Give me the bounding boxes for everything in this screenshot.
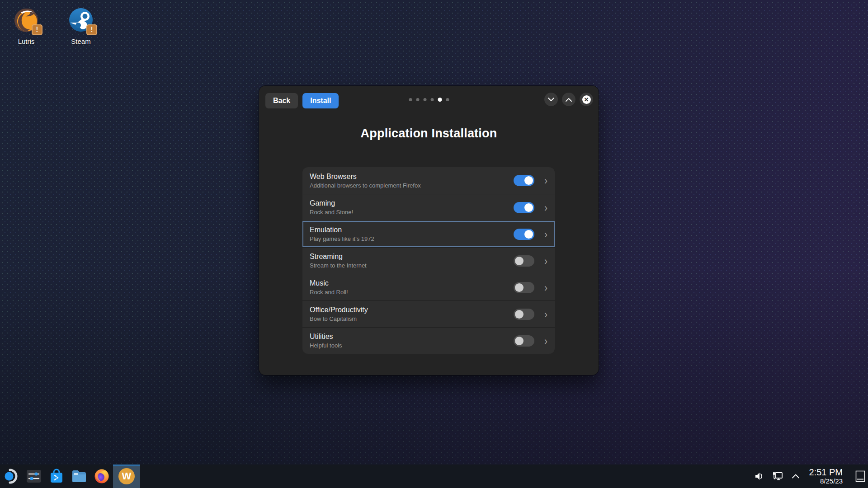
row-title: Web Browsers (310, 172, 514, 181)
toggle-switch[interactable] (514, 309, 534, 320)
chevron-up-icon (792, 474, 800, 479)
desktop-icon-label: Lutris (5, 38, 48, 45)
update-badge: ! (32, 24, 42, 35)
row-title: Gaming (310, 199, 514, 208)
toggle-switch[interactable] (514, 335, 534, 347)
firefox-icon (94, 468, 110, 484)
row-title: Emulation (310, 225, 514, 235)
file-manager-button[interactable] (68, 465, 90, 488)
toggle-knob (515, 337, 524, 345)
page-dot[interactable] (409, 98, 412, 101)
volume-button[interactable] (751, 465, 768, 488)
dialog-header: Back Install ✕ (259, 86, 599, 116)
taskbar: W 2:51 PM 8/25/23 (0, 465, 868, 488)
chevron-down-icon (548, 98, 554, 102)
chevron-right-icon[interactable]: › (544, 202, 547, 213)
page-dot[interactable] (430, 98, 434, 101)
page-dot[interactable] (438, 98, 442, 102)
toggle-switch[interactable] (514, 282, 534, 293)
chevron-right-icon[interactable]: › (544, 335, 547, 346)
desktop-icon-steam[interactable]: ! Steam (59, 5, 103, 45)
carousel-page-dots[interactable] (409, 98, 449, 102)
toggle-switch[interactable] (514, 202, 534, 213)
row-subtitle: Rock and Roll! (310, 288, 514, 296)
installer-w-icon: W (118, 468, 135, 484)
tray-expander-button[interactable] (788, 465, 804, 488)
list-item-emulation[interactable]: Emulation Play games like it's 1972 › (302, 221, 555, 247)
page-title: Application Installation (259, 127, 599, 141)
toggle-knob (524, 176, 533, 185)
monitor-cable-icon (772, 471, 783, 481)
toggle-knob (515, 257, 524, 265)
row-subtitle: Helpful tools (310, 342, 514, 349)
update-badge: ! (86, 24, 97, 35)
clock-time: 2:51 PM (809, 468, 843, 478)
discover-store-button[interactable] (45, 465, 68, 488)
app-launcher-icon (3, 468, 19, 484)
page-dot[interactable] (446, 98, 449, 101)
clock-widget[interactable]: 2:51 PM 8/25/23 (806, 468, 847, 485)
toggle-switch[interactable] (514, 175, 534, 186)
row-subtitle: Additional browsers to complement Firefo… (310, 182, 514, 189)
speaker-icon (755, 472, 764, 481)
row-subtitle: Bow to Capitalism (310, 315, 514, 323)
install-button[interactable]: Install (302, 93, 339, 108)
toggle-knob (524, 203, 533, 212)
page-dot[interactable] (416, 98, 419, 101)
toggle-knob (524, 230, 533, 239)
clock-date: 8/25/23 (809, 478, 843, 485)
list-item-gaming[interactable]: Gaming Rock and Stone! › (302, 194, 555, 221)
window-controls: ✕ (544, 93, 593, 106)
back-button[interactable]: Back (265, 93, 298, 108)
chevron-right-icon[interactable]: › (544, 255, 547, 266)
category-list: Web Browsers Additional browsers to comp… (302, 167, 555, 354)
toggle-switch[interactable] (514, 229, 534, 240)
application-installation-window: Back Install ✕ Application Installation (259, 86, 599, 375)
desktop-icon-label: Steam (59, 38, 103, 45)
firefox-button[interactable] (90, 465, 113, 488)
list-item-web-browsers[interactable]: Web Browsers Additional browsers to comp… (302, 167, 555, 194)
list-item-utilities[interactable]: Utilities Helpful tools › (302, 327, 555, 354)
show-desktop-icon (855, 470, 865, 482)
close-icon: ✕ (582, 95, 591, 104)
chevron-right-icon[interactable]: › (544, 175, 547, 186)
discover-bag-icon (49, 469, 64, 484)
toggle-knob (515, 310, 524, 319)
toggle-knob (515, 283, 524, 292)
list-item-music[interactable]: Music Rock and Roll! › (302, 274, 555, 300)
desktop-icon-lutris[interactable]: ! Lutris (5, 5, 48, 45)
row-subtitle: Play games like it's 1972 (310, 235, 514, 243)
chevron-right-icon[interactable]: › (544, 229, 547, 239)
row-title: Utilities (310, 332, 514, 341)
chevron-right-icon[interactable]: › (544, 309, 547, 319)
chevron-right-icon[interactable]: › (544, 282, 547, 293)
toggle-switch[interactable] (514, 255, 534, 267)
row-title: Streaming (310, 252, 514, 261)
settings-sliders-icon (26, 469, 42, 484)
close-button[interactable]: ✕ (580, 93, 593, 106)
list-item-streaming[interactable]: Streaming Stream to the Internet › (302, 247, 555, 274)
scroll-down-button[interactable] (544, 93, 558, 106)
display-config-button[interactable] (769, 465, 786, 488)
row-title: Music (310, 279, 514, 288)
row-subtitle: Rock and Stone! (310, 208, 514, 216)
chevron-up-icon (566, 98, 572, 102)
row-subtitle: Stream to the Internet (310, 262, 514, 269)
show-desktop-button[interactable] (853, 465, 868, 488)
page-dot[interactable] (423, 98, 426, 101)
list-item-office-productivity[interactable]: Office/Productivity Bow to Capitalism › (302, 300, 555, 327)
row-title: Office/Productivity (310, 305, 514, 314)
folder-icon (71, 469, 87, 484)
app-launcher-button[interactable] (0, 465, 23, 488)
scroll-up-button[interactable] (562, 93, 576, 106)
system-settings-button[interactable] (23, 465, 45, 488)
task-installer-active[interactable]: W (113, 465, 140, 488)
